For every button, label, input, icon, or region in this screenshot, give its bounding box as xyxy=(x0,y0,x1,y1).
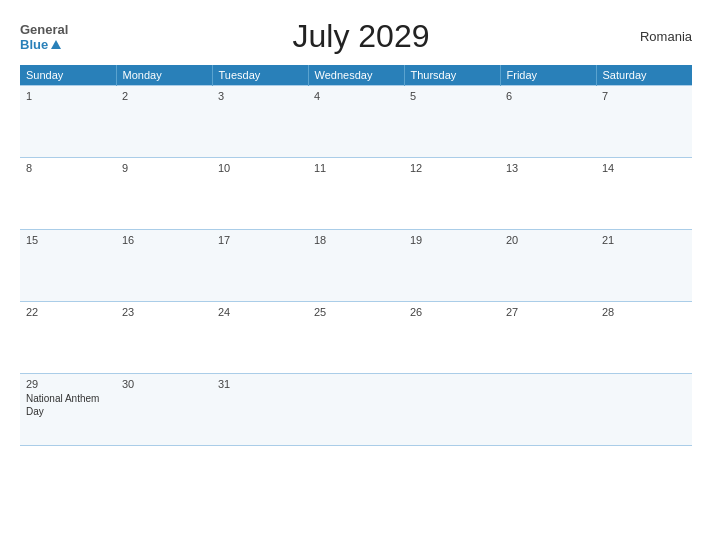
calendar-cell: 13 xyxy=(500,158,596,230)
calendar-week-row: 15161718192021 xyxy=(20,230,692,302)
calendar-week-row: 891011121314 xyxy=(20,158,692,230)
calendar-cell: 5 xyxy=(404,86,500,158)
weekday-header-friday: Friday xyxy=(500,65,596,86)
logo-row2: Blue xyxy=(20,37,90,52)
day-number: 20 xyxy=(506,234,590,246)
calendar-cell: 2 xyxy=(116,86,212,158)
calendar-week-row: 22232425262728 xyxy=(20,302,692,374)
day-number: 30 xyxy=(122,378,206,390)
day-number: 8 xyxy=(26,162,110,174)
calendar-cell: 25 xyxy=(308,302,404,374)
logo-blue: Blue xyxy=(20,37,48,52)
calendar-cell xyxy=(500,374,596,446)
day-number: 26 xyxy=(410,306,494,318)
calendar-cell: 17 xyxy=(212,230,308,302)
day-number: 4 xyxy=(314,90,398,102)
day-number: 23 xyxy=(122,306,206,318)
calendar-cell: 3 xyxy=(212,86,308,158)
weekday-header-monday: Monday xyxy=(116,65,212,86)
day-number: 31 xyxy=(218,378,302,390)
calendar-cell: 16 xyxy=(116,230,212,302)
day-number: 28 xyxy=(602,306,686,318)
calendar-cell: 7 xyxy=(596,86,692,158)
day-number: 9 xyxy=(122,162,206,174)
calendar-cell: 20 xyxy=(500,230,596,302)
calendar-cell: 24 xyxy=(212,302,308,374)
logo-general: General xyxy=(20,22,90,37)
weekday-header-saturday: Saturday xyxy=(596,65,692,86)
day-number: 24 xyxy=(218,306,302,318)
day-number: 27 xyxy=(506,306,590,318)
calendar-cell: 10 xyxy=(212,158,308,230)
calendar-week-row: 1234567 xyxy=(20,86,692,158)
day-number: 12 xyxy=(410,162,494,174)
weekday-header-wednesday: Wednesday xyxy=(308,65,404,86)
weekday-header-sunday: Sunday xyxy=(20,65,116,86)
day-number: 15 xyxy=(26,234,110,246)
calendar-cell: 4 xyxy=(308,86,404,158)
calendar-cell: 26 xyxy=(404,302,500,374)
calendar-cell: 14 xyxy=(596,158,692,230)
calendar-cell: 27 xyxy=(500,302,596,374)
calendar-cell: 8 xyxy=(20,158,116,230)
calendar-cell xyxy=(308,374,404,446)
calendar-cell: 18 xyxy=(308,230,404,302)
day-number: 29 xyxy=(26,378,110,390)
calendar-title: July 2029 xyxy=(90,18,632,55)
calendar-cell: 29National Anthem Day xyxy=(20,374,116,446)
calendar-week-row: 29National Anthem Day3031 xyxy=(20,374,692,446)
day-number: 2 xyxy=(122,90,206,102)
day-number: 7 xyxy=(602,90,686,102)
logo: General Blue xyxy=(20,22,90,52)
calendar-cell: 11 xyxy=(308,158,404,230)
calendar-cell: 31 xyxy=(212,374,308,446)
calendar-event: National Anthem Day xyxy=(26,392,110,418)
calendar-cell: 22 xyxy=(20,302,116,374)
weekday-header-tuesday: Tuesday xyxy=(212,65,308,86)
country-label: Romania xyxy=(632,29,692,44)
header: General Blue July 2029 Romania xyxy=(20,18,692,55)
calendar-cell: 1 xyxy=(20,86,116,158)
day-number: 10 xyxy=(218,162,302,174)
calendar-cell: 28 xyxy=(596,302,692,374)
day-number: 3 xyxy=(218,90,302,102)
day-number: 13 xyxy=(506,162,590,174)
calendar-cell: 12 xyxy=(404,158,500,230)
day-number: 25 xyxy=(314,306,398,318)
day-number: 16 xyxy=(122,234,206,246)
day-number: 22 xyxy=(26,306,110,318)
calendar-cell xyxy=(596,374,692,446)
day-number: 19 xyxy=(410,234,494,246)
logo-triangle-icon xyxy=(51,40,61,49)
page: General Blue July 2029 Romania SundayMon… xyxy=(0,0,712,550)
day-number: 14 xyxy=(602,162,686,174)
calendar-cell: 21 xyxy=(596,230,692,302)
calendar-table: SundayMondayTuesdayWednesdayThursdayFrid… xyxy=(20,65,692,446)
weekday-header-row: SundayMondayTuesdayWednesdayThursdayFrid… xyxy=(20,65,692,86)
day-number: 18 xyxy=(314,234,398,246)
day-number: 17 xyxy=(218,234,302,246)
calendar-cell: 19 xyxy=(404,230,500,302)
calendar-cell: 30 xyxy=(116,374,212,446)
calendar-cell: 23 xyxy=(116,302,212,374)
calendar-cell: 15 xyxy=(20,230,116,302)
day-number: 6 xyxy=(506,90,590,102)
day-number: 1 xyxy=(26,90,110,102)
calendar-cell xyxy=(404,374,500,446)
calendar-cell: 6 xyxy=(500,86,596,158)
calendar-cell: 9 xyxy=(116,158,212,230)
day-number: 11 xyxy=(314,162,398,174)
day-number: 21 xyxy=(602,234,686,246)
day-number: 5 xyxy=(410,90,494,102)
weekday-header-thursday: Thursday xyxy=(404,65,500,86)
